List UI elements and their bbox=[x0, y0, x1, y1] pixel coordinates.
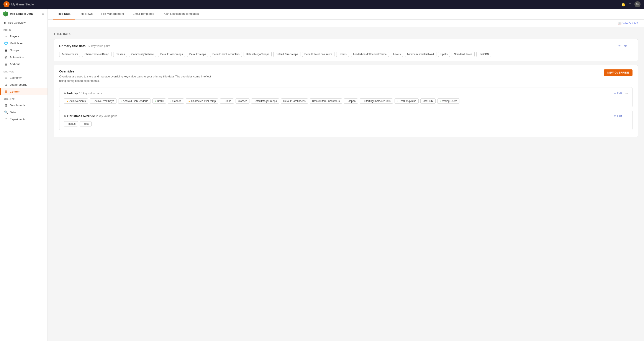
list-item: +StartingCharacterSlots bbox=[360, 98, 393, 104]
sidebar-item-addons[interactable]: ▤ Add-ons bbox=[0, 60, 48, 68]
studio-name: Mrs Sample Data bbox=[10, 12, 33, 16]
list-item: +ActiveEventKeys bbox=[90, 98, 116, 104]
sidebar-label-experiments: Experiments bbox=[10, 118, 26, 121]
primary-more-button[interactable]: ··· bbox=[629, 44, 632, 48]
list-item: +Japan bbox=[344, 98, 358, 104]
override-cards-container: ◈holiday16 key value pairs✏ Edit···▲Achi… bbox=[59, 87, 632, 130]
tab-title-data[interactable]: Title Data bbox=[53, 9, 75, 20]
whats-this-link[interactable]: 📖 What's this? bbox=[618, 22, 638, 25]
sidebar-item-groups[interactable]: ▣ Groups bbox=[0, 47, 48, 54]
studio-header: Mrs Sample Data ⚙ bbox=[0, 9, 48, 19]
user-avatar[interactable]: SH bbox=[634, 1, 640, 8]
sidebar-item-players[interactable]: ⑃ Players bbox=[0, 33, 48, 40]
primary-card-header: Primary title data 17 key value pairs ✏ … bbox=[59, 44, 632, 48]
list-item: LeaderboardoftheweekName bbox=[351, 52, 389, 57]
title-overview-label: Title Overview bbox=[8, 21, 26, 24]
override-more-button[interactable]: ··· bbox=[625, 91, 628, 96]
override-tags: ▲Achievements+ActiveEventKeys+AndroidPus… bbox=[64, 98, 628, 104]
sidebar-label-players: Players bbox=[10, 35, 19, 38]
sidebar-item-economy[interactable]: ▤ Economy bbox=[0, 74, 48, 81]
sidebar-item-automation[interactable]: ◎ Automation bbox=[0, 54, 48, 60]
topbar: My Game Studio 🔔 ? SH bbox=[0, 0, 644, 9]
new-override-button[interactable]: NEW OVERRIDE bbox=[604, 70, 632, 76]
sidebar-label-economy: Economy bbox=[10, 76, 22, 80]
override-more-button[interactable]: ··· bbox=[625, 114, 628, 118]
studio-info: Mrs Sample Data bbox=[3, 11, 33, 16]
pencil-icon: ✏ bbox=[614, 92, 616, 95]
sidebar-label-addons: Add-ons bbox=[10, 62, 20, 66]
override-edit-button[interactable]: ✏ Edit bbox=[614, 114, 622, 118]
override-name: ◈holiday16 key value pairs bbox=[64, 92, 102, 95]
studio-settings-icon[interactable]: ⚙ bbox=[42, 12, 44, 16]
list-item: +TestLongValue bbox=[394, 98, 419, 104]
primary-card-actions: ✏ Edit ··· bbox=[618, 44, 632, 48]
list-item: Levels bbox=[391, 52, 403, 57]
list-item: +Canada bbox=[168, 98, 184, 104]
list-item: DefaultMegaCreeps bbox=[251, 98, 279, 104]
list-item: Spells bbox=[438, 52, 450, 57]
sidebar-item-dashboards[interactable]: ▦ Dashboards bbox=[0, 102, 48, 109]
primary-edit-button[interactable]: ✏ Edit bbox=[618, 44, 627, 48]
override-actions: ✏ Edit··· bbox=[614, 91, 628, 96]
main-layout: Mrs Sample Data ⚙ ▣ Title Overview BUILD… bbox=[0, 9, 644, 341]
sidebar-label-automation: Automation bbox=[10, 56, 24, 59]
plus-icon: + bbox=[440, 100, 441, 102]
app-logo bbox=[4, 1, 10, 8]
sidebar-item-title-overview[interactable]: ▣ Title Overview bbox=[0, 19, 48, 26]
list-item: Events bbox=[336, 52, 349, 57]
sidebar-item-content[interactable]: ▤ Content bbox=[0, 88, 48, 95]
list-item: CharacterLevelRamp bbox=[82, 52, 111, 57]
whats-this-bar: 📖 What's this? bbox=[48, 20, 644, 27]
automation-icon: ◎ bbox=[4, 55, 8, 59]
overrides-header: Overrides Overrides are used to store an… bbox=[59, 70, 632, 83]
leaderboards-icon: ⊟ bbox=[4, 83, 8, 86]
tab-email-templates[interactable]: Email Templates bbox=[128, 9, 158, 20]
sidebar-item-experiments[interactable]: ⑂ Experiments bbox=[0, 116, 48, 122]
plus-icon: + bbox=[82, 122, 83, 125]
content-inner: TITLE DATA Primary title data 17 key val… bbox=[48, 27, 644, 146]
overrides-section: Overrides Overrides are used to store an… bbox=[54, 65, 638, 137]
help-icon[interactable]: ? bbox=[629, 2, 631, 6]
list-item: DefaultCreeps bbox=[187, 52, 208, 57]
tab-title-news[interactable]: Title News bbox=[75, 9, 97, 20]
sidebar-item-multiplayer[interactable]: 🌐 Multiplayer bbox=[0, 40, 48, 47]
multiplayer-icon: 🌐 bbox=[4, 42, 8, 45]
topbar-right: 🔔 ? SH bbox=[621, 1, 640, 8]
notification-icon[interactable]: 🔔 bbox=[621, 2, 626, 6]
list-item: MinimumInterstitialWait bbox=[405, 52, 436, 57]
plus-icon: + bbox=[346, 100, 348, 102]
list-item: +testingDelete bbox=[437, 98, 460, 104]
override-edit-button[interactable]: ✏ Edit bbox=[614, 92, 622, 95]
book-icon: 📖 bbox=[618, 22, 622, 25]
primary-title-data-card: Primary title data 17 key value pairs ✏ … bbox=[54, 39, 638, 62]
sidebar-label-groups: Groups bbox=[10, 48, 19, 52]
app-title: My Game Studio bbox=[11, 2, 34, 6]
content-area: Title Data Title News File Management Em… bbox=[48, 9, 644, 341]
override-drag-icon: ◈ bbox=[64, 92, 66, 95]
list-item: Classes bbox=[236, 98, 250, 104]
override-card-header: ◈holiday16 key value pairs✏ Edit··· bbox=[64, 91, 628, 96]
list-item: +bonus bbox=[64, 121, 78, 126]
sidebar-item-data[interactable]: 🔍 Data bbox=[0, 109, 48, 116]
sidebar-label-leaderboards: Leaderboards bbox=[10, 83, 27, 86]
tab-push-notifications[interactable]: Push Notification Templates bbox=[158, 9, 203, 20]
list-item: +China bbox=[220, 98, 234, 104]
tab-file-management[interactable]: File Management bbox=[97, 9, 128, 20]
sidebar-label-multiplayer: Multiplayer bbox=[10, 42, 24, 45]
list-item: Achievements bbox=[59, 52, 80, 57]
plus-icon: + bbox=[155, 100, 156, 102]
sidebar: Mrs Sample Data ⚙ ▣ Title Overview BUILD… bbox=[0, 9, 48, 341]
sidebar-label-content: Content bbox=[10, 90, 20, 93]
sidebar-label-data: Data bbox=[10, 111, 16, 114]
section-title: TITLE DATA bbox=[54, 32, 638, 36]
plus-icon: + bbox=[170, 100, 171, 102]
override-drag-icon: ◈ bbox=[64, 114, 66, 118]
list-item: CommunityWebsite bbox=[129, 52, 156, 57]
override-card: ◈holiday16 key value pairs✏ Edit···▲Achi… bbox=[59, 87, 632, 108]
sidebar-item-leaderboards[interactable]: ⊟ Leaderboards bbox=[0, 81, 48, 88]
overrides-text: Overrides Overrides are used to store an… bbox=[59, 70, 211, 83]
list-item: ▲Achievements bbox=[64, 98, 88, 104]
override-name: ◈Christmas override2 key value pairs bbox=[64, 114, 117, 118]
warning-icon: ▲ bbox=[66, 100, 68, 102]
overview-icon: ▣ bbox=[4, 21, 6, 24]
